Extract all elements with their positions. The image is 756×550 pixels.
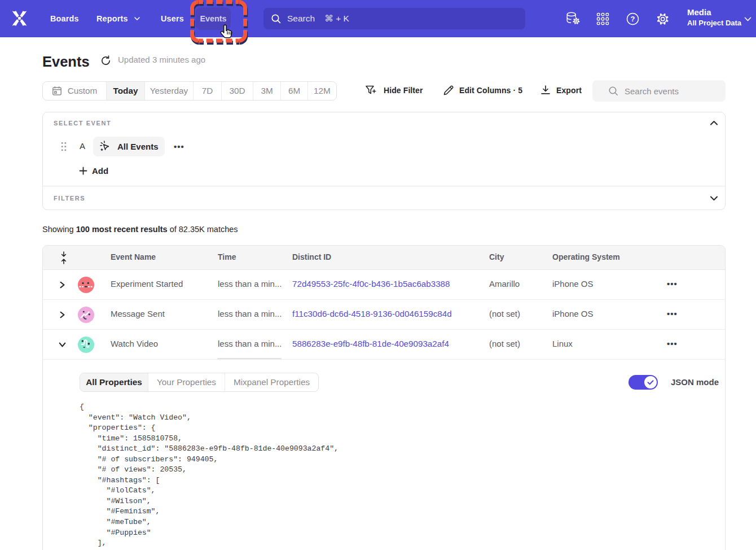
svg-text:?: ?	[631, 15, 635, 23]
